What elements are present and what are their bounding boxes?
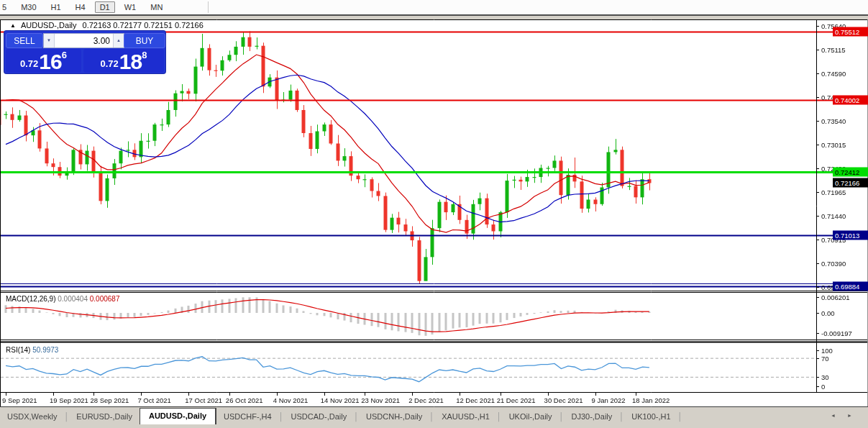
date-axis-label: 4 Nov 2021 [273, 396, 309, 404]
rsi-axis-tick: 100 [821, 347, 833, 355]
buy-price-sup: 8 [142, 50, 147, 60]
chart-ohlc-values: 0.72163 0.72177 0.72151 0.72166 [83, 21, 204, 29]
tab-divider: │ [678, 412, 683, 424]
price-level-badge: 0.75512 [833, 27, 868, 37]
rsi-axis-tick: 70 [821, 355, 829, 363]
date-axis-label: 9 Sep 2021 [2, 396, 37, 404]
macd-axis-tick: -0.009197 [821, 329, 852, 337]
macd-signal-value: 0.000687 [90, 295, 120, 303]
date-axis-label: 21 Dec 2021 [497, 396, 536, 404]
mt4-window: 5M30H1H4D1W1MN ▲AUDUSD-,Daily0.72163 0.7… [0, 0, 868, 428]
sell-price-box[interactable]: 0.72 16 6 [6, 49, 81, 73]
chart-tab-ukoil-daily[interactable]: UKOil-,Daily [502, 409, 559, 424]
tab-divider: │ [354, 412, 359, 424]
date-axis-label: 18 Jan 2022 [632, 396, 670, 404]
timeframe-button-mn[interactable]: MN [145, 1, 168, 13]
date-axis-label: 2 Dec 2021 [408, 396, 444, 404]
price-level-badge: 0.71013 [833, 230, 868, 240]
price-level-badge: 0.69884 [833, 281, 868, 291]
volume-decrease-button[interactable]: ▼ [44, 34, 55, 47]
rsi-axis-tick: 0 [821, 383, 825, 391]
date-axis-label: 14 Nov 2021 [321, 396, 360, 404]
tab-scroll-left-icon[interactable]: ◄ [831, 413, 836, 418]
date-axis-label: 28 Sep 2021 [90, 396, 129, 404]
price-axis-tick: 0.71965 [821, 188, 846, 196]
chart-title: ▲AUDUSD-,Daily0.72163 0.72177 0.72151 0.… [10, 21, 204, 29]
volume-increase-button[interactable]: ▲ [113, 34, 124, 47]
date-axis-label: 17 Oct 2021 [185, 396, 222, 404]
buy-price-big: 18 [119, 53, 142, 71]
timeframe-button-h1[interactable]: H1 [46, 1, 66, 13]
tab-divider: │ [429, 412, 434, 424]
macd-indicator-label: MACD(12,26,9) 0.000404 0.000687 [6, 295, 119, 303]
chart-tab-bar: USDX,Weekly│EURUSD-,DailyAUDUSD-,DailyUS… [0, 407, 868, 424]
timeframe-button-w1[interactable]: W1 [119, 1, 142, 13]
toolbar-separator [208, 1, 209, 13]
tab-scroll-right-icon[interactable]: ► [847, 413, 852, 418]
chart-tab-xauusd-h1[interactable]: XAUUSD-,H1 [434, 409, 497, 424]
sell-price-base: 0.72 [20, 58, 38, 69]
current-price-badge: 0.72166 [833, 178, 868, 188]
price-axis-tick: 0.70390 [821, 260, 846, 268]
chart-tab-usdchf-h4[interactable]: USDCHF-,H4 [216, 409, 279, 424]
timeframe-toolbar: 5M30H1H4D1W1MN [0, 0, 868, 16]
timeframe-button-h4[interactable]: H4 [70, 1, 91, 13]
price-axis-tick: 0.71440 [821, 212, 846, 220]
chart-tab-usdx-weekly[interactable]: USDX,Weekly [0, 409, 64, 424]
volume-stepper: ▼ 3.00 ▲ [43, 33, 124, 48]
chart-tab-audusd-daily[interactable]: AUDUSD-,Daily [140, 408, 216, 424]
price-level-badge: 0.72412 [833, 168, 868, 177]
rsi-indicator-label: RSI(14) 50.9973 [6, 346, 58, 354]
timeframe-button-d1[interactable]: D1 [95, 1, 115, 13]
sell-button[interactable]: SELL [6, 33, 43, 48]
price-axis-tick: 0.75115 [821, 46, 846, 54]
date-axis-label: 7 Oct 2021 [137, 396, 170, 404]
date-axis-label: 26 Oct 2021 [226, 396, 263, 404]
one-click-trade-panel: SELL ▼ 3.00 ▲ BUY 0.72 16 6 0.72 18 8 [4, 31, 165, 73]
date-axis-label: 12 Dec 2021 [456, 396, 495, 404]
chart-tab-usdcnh-daily[interactable]: USDCNH-,Daily [359, 409, 429, 424]
tab-divider: │ [619, 412, 624, 424]
macd-axis-tick: 0.00 [821, 309, 835, 317]
date-axis-label: 23 Nov 2021 [361, 396, 400, 404]
rsi-value: 50.9973 [32, 346, 58, 354]
price-axis-tick: 0.73015 [821, 141, 846, 149]
macd-value: 0.000404 [58, 295, 88, 303]
rsi-name: RSI(14) [6, 346, 30, 354]
volume-input[interactable]: 3.00 [55, 34, 113, 47]
date-axis-label: 30 Dec 2021 [544, 396, 583, 404]
macd-name: MACD(12,26,9) [6, 295, 55, 303]
price-axis-tick: 0.73540 [821, 117, 846, 125]
collapse-panel-icon[interactable]: ▲ [10, 22, 16, 29]
price-axis-tick: 0.74590 [821, 70, 846, 78]
tab-divider: │ [497, 412, 502, 424]
chart-tab-eurusd-daily[interactable]: EURUSD-,Daily [69, 409, 140, 424]
price-level-badge: 0.74002 [833, 96, 868, 105]
buy-price-box[interactable]: 0.72 18 8 [83, 49, 164, 73]
chart-tab-usdcad-daily[interactable]: USDCAD-,Daily [284, 409, 355, 424]
tab-divider: │ [64, 412, 69, 424]
sell-price-big: 16 [39, 53, 61, 71]
buy-price-base: 0.72 [101, 58, 119, 69]
timeframe-button-m30[interactable]: M30 [16, 1, 41, 13]
rsi-axis-tick: 30 [821, 373, 829, 381]
date-axis-label: 19 Sep 2021 [50, 396, 88, 404]
chart-symbol-label: AUDUSD-,Daily [21, 21, 77, 29]
date-axis-label: 9 Jan 2022 [592, 396, 626, 404]
tab-divider: │ [279, 412, 284, 424]
chart-tab-dj30-daily[interactable]: DJ30-,Daily [564, 409, 619, 424]
sell-price-sup: 6 [62, 50, 67, 60]
chart-tab-uk100-h1[interactable]: UK100-,H1 [624, 409, 677, 424]
macd-axis-tick: 0.006201 [821, 293, 850, 301]
tab-divider: │ [559, 412, 565, 424]
buy-button[interactable]: BUY [124, 33, 165, 48]
timeframe-button-5[interactable]: 5 [0, 1, 12, 13]
